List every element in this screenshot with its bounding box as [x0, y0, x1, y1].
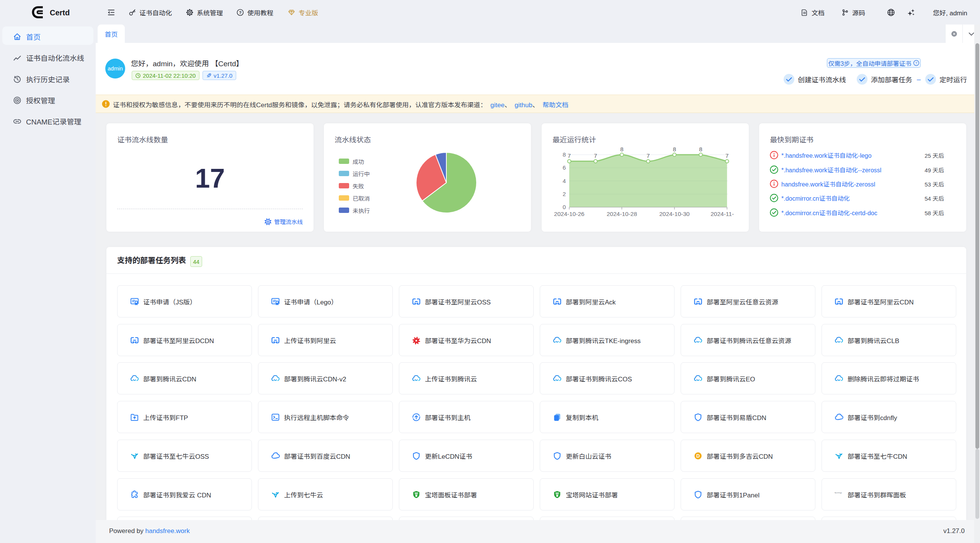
svg-text:7: 7 — [647, 152, 650, 159]
svg-text:2024-10-28: 2024-10-28 — [607, 211, 637, 217]
svg-text:?: ? — [915, 61, 917, 65]
svg-text:7: 7 — [568, 152, 571, 159]
svg-text:4: 4 — [563, 178, 566, 184]
svg-text:8: 8 — [673, 146, 676, 152]
svg-text:?: ? — [239, 10, 242, 15]
svg-text:8: 8 — [563, 151, 566, 158]
svg-text:2024-11-: 2024-11- — [710, 211, 734, 217]
svg-text:2: 2 — [563, 191, 566, 197]
svg-text:7: 7 — [594, 152, 597, 159]
svg-text:6: 6 — [563, 164, 566, 171]
svg-text:8: 8 — [699, 146, 702, 152]
svg-text:8: 8 — [620, 146, 623, 152]
svg-text:2024-10-26: 2024-10-26 — [554, 211, 584, 217]
svg-text:2024-10-30: 2024-10-30 — [659, 211, 690, 217]
svg-text:0: 0 — [563, 204, 566, 210]
svg-text:7: 7 — [725, 152, 728, 159]
